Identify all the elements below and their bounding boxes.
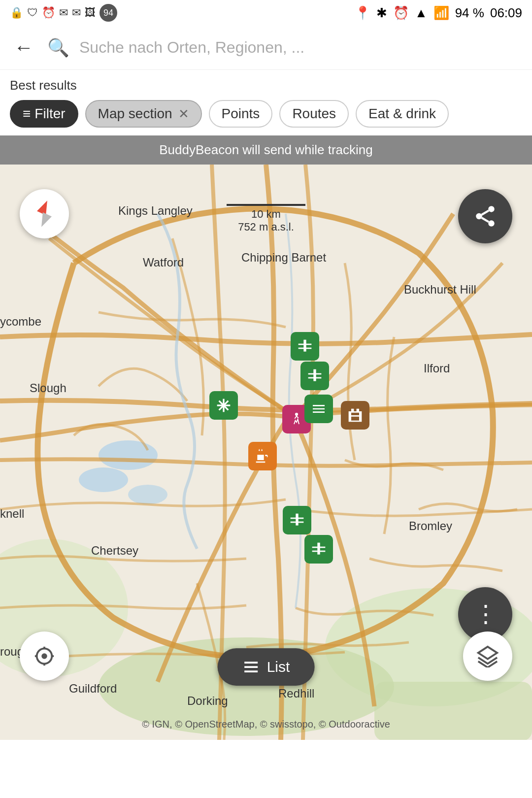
status-bar-right: 📍 ✱ ⏰ ▲ 📶 94 % 06:09: [355, 5, 522, 21]
list-icon: [242, 658, 260, 676]
app-icon-6: 🖼: [85, 6, 96, 19]
share-button[interactable]: [458, 189, 512, 243]
app-icon-5: ✉: [72, 6, 81, 19]
bluetooth-icon: ✱: [376, 5, 387, 21]
svg-point-5: [99, 440, 158, 470]
map-pin-2[interactable]: [300, 362, 329, 390]
svg-rect-10: [303, 340, 306, 352]
svg-line-28: [482, 218, 489, 222]
filter-row: Best results ≡ Filter Map section ✕ Poin…: [0, 70, 532, 135]
map-section-label: Map section: [98, 106, 172, 122]
alarm-icon: ⏰: [393, 5, 409, 21]
svg-point-31: [42, 654, 46, 658]
search-placeholder[interactable]: Suche nach Orten, Regionen, ...: [79, 38, 522, 57]
compass[interactable]: [20, 189, 69, 238]
map-copyright: © IGN, © OpenStreetMap, © swisstopo, © O…: [142, 719, 390, 730]
svg-point-25: [488, 206, 495, 212]
buddy-beacon-banner: BuddyBeacon will send while tracking: [0, 135, 532, 165]
svg-rect-21: [296, 514, 298, 526]
list-label: List: [267, 659, 290, 675]
app-icon-3: ⏰: [42, 6, 55, 19]
app-icon-2: 🛡: [27, 6, 38, 19]
map-section-close-icon[interactable]: ✕: [178, 106, 189, 122]
svg-rect-4: [374, 682, 532, 740]
map-pin-9[interactable]: [304, 535, 333, 564]
points-label: Points: [222, 106, 260, 122]
svg-marker-36: [478, 647, 497, 659]
back-button[interactable]: ←: [10, 33, 37, 63]
search-bar: ← 🔍 Suche nach Orten, Regionen, ...: [0, 26, 532, 70]
svg-line-29: [482, 211, 489, 215]
time-display: 06:09: [490, 5, 522, 21]
search-icon: 🔍: [47, 37, 69, 58]
filter-chip-label: Filter: [34, 106, 65, 122]
svg-rect-24: [317, 543, 320, 555]
my-location-button[interactable]: [20, 632, 69, 681]
eat-drink-label: Eat & drink: [368, 106, 436, 122]
more-icon: ⋮: [474, 602, 497, 626]
best-results-label: Best results: [10, 78, 522, 93]
filter-chips: ≡ Filter Map section ✕ Points Routes Eat…: [10, 100, 522, 128]
notification-badge: 94: [100, 4, 117, 22]
eat-drink-chip[interactable]: Eat & drink: [356, 100, 449, 128]
svg-point-26: [476, 213, 482, 220]
map-container[interactable]: 10 km 752 m a.s.l. Kings Langley Watford…: [0, 165, 532, 740]
status-bar: 🔒 🛡 ⏰ ✉ ✉ 🖼 94 📍 ✱ ⏰ ▲ 📶 94 % 06:09: [0, 0, 532, 26]
map-pin-6[interactable]: [341, 401, 369, 430]
app-icon-1: 🔒: [10, 6, 23, 19]
filter-icon: ≡: [23, 106, 31, 122]
buddy-beacon-text: BuddyBeacon will send while tracking: [159, 142, 373, 157]
svg-point-7: [128, 485, 167, 504]
map-pin-7[interactable]: [248, 442, 277, 470]
wifi-icon: ▲: [415, 5, 428, 21]
map-pin-5[interactable]: [304, 395, 333, 423]
points-chip[interactable]: Points: [209, 100, 273, 128]
signal-icon: 📶: [433, 5, 449, 21]
routes-label: Routes: [292, 106, 336, 122]
svg-point-27: [488, 220, 495, 227]
app-icon-4: ✉: [59, 6, 68, 19]
filter-chip[interactable]: ≡ Filter: [10, 100, 78, 128]
layers-button[interactable]: [463, 632, 512, 681]
list-button[interactable]: List: [218, 648, 315, 686]
svg-point-18: [295, 413, 298, 416]
map-pin-8[interactable]: [283, 506, 311, 534]
routes-chip[interactable]: Routes: [279, 100, 349, 128]
location-icon: 📍: [355, 5, 370, 21]
map-pin-1[interactable]: [291, 332, 319, 361]
status-bar-left: 🔒 🛡 ⏰ ✉ ✉ 🖼 94: [10, 4, 117, 22]
svg-point-6: [79, 467, 128, 492]
map-section-chip[interactable]: Map section ✕: [85, 100, 202, 128]
map-pin-3[interactable]: [209, 391, 238, 420]
svg-rect-13: [313, 369, 316, 381]
battery-text: 94 %: [455, 5, 484, 21]
